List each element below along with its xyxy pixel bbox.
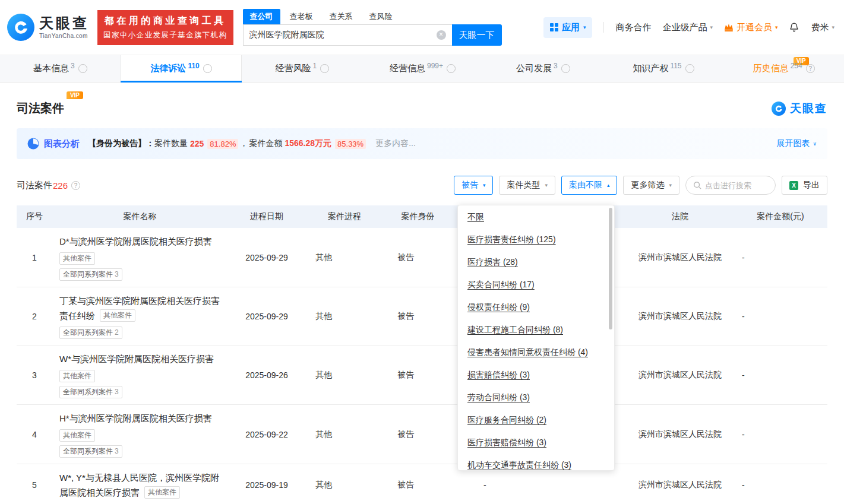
cause-option[interactable]: 医疗损害赔偿纠纷 (3) <box>458 431 614 454</box>
case-amount: - <box>734 464 827 504</box>
court-link[interactable]: 滨州市滨城区人民法院 <box>627 345 734 405</box>
case-progress: 其他 <box>306 464 383 504</box>
cause-option[interactable]: 侵权责任纠纷 (9) <box>458 296 614 318</box>
help-icon[interactable] <box>320 64 329 73</box>
help-icon[interactable] <box>685 64 694 73</box>
cause-option[interactable]: 劳动合同纠纷 (3) <box>458 386 614 408</box>
search-tab[interactable]: 查风险 <box>362 9 400 24</box>
series-cases-tag[interactable]: 全部同系列案件3 <box>59 445 122 458</box>
chevron-down-icon: ▾ <box>583 25 586 30</box>
nav-tab[interactable]: 基本信息 3 <box>0 55 121 82</box>
case-search-input[interactable] <box>705 181 768 190</box>
enterprise-menu[interactable]: 企业级产品 ▾ <box>662 22 713 33</box>
help-icon[interactable] <box>78 64 87 73</box>
help-icon[interactable] <box>203 64 212 73</box>
expand-charts-link[interactable]: 展开图表 ∨ <box>776 138 817 149</box>
court-link[interactable]: 滨州市滨城区人民法院 <box>627 287 734 345</box>
cooperation-label: 商务合作 <box>615 22 651 33</box>
nav-tab-label: 经营风险 <box>275 63 311 74</box>
filter-cause-label: 案由不限 <box>569 180 602 191</box>
search-icon <box>693 181 701 189</box>
filter-role-button[interactable]: 被告 ▾ <box>454 176 494 195</box>
dropdown-scrollbar[interactable] <box>609 208 612 329</box>
case-amount: - <box>734 228 827 287</box>
analysis-bar: 图表分析 【身份为被告】： 案件数量 225 81.82% ， 案件金额 156… <box>17 128 827 159</box>
case-name-link[interactable]: H*与滨州医学院附属医院相关医疗损害 <box>59 413 212 423</box>
court-link[interactable]: 滨州市滨城区人民法院 <box>627 464 734 504</box>
bell-icon[interactable] <box>789 21 799 33</box>
case-no: 5 <box>17 464 52 504</box>
series-cases-tag[interactable]: 全部同系列案件3 <box>59 386 122 398</box>
vip-upgrade-link[interactable]: 开通会员 ▾ <box>724 22 778 33</box>
apps-menu[interactable]: 应用 ▾ <box>543 17 593 38</box>
nav-tab[interactable]: 经营风险 1 <box>242 55 362 82</box>
help-icon[interactable]: ? <box>806 64 815 73</box>
filter-cause-button[interactable]: 案由不限 ▴ <box>561 176 618 195</box>
cause-option[interactable]: 医疗服务合同纠纷 (2) <box>458 408 614 431</box>
watermark-brand: 天眼查 <box>790 101 827 116</box>
cooperation-link[interactable]: 商务合作 <box>615 22 651 33</box>
cause-option[interactable]: 医疗损害责任纠纷 (125) <box>458 228 614 251</box>
cause-option[interactable]: 建设工程施工合同纠纷 (8) <box>458 318 614 341</box>
case-role: 被告 <box>383 345 453 405</box>
filter-more-button[interactable]: 更多筛选 ▾ <box>623 176 679 195</box>
user-menu[interactable]: 费米 ▾ <box>811 22 834 33</box>
nav-tab[interactable]: 经营信息 999+ <box>362 55 483 82</box>
nav-tab-count: 3 <box>71 62 75 70</box>
case-name-link[interactable]: W*, Y*与无棣县人民医院，滨州医学院附属医院相关医疗损害 <box>59 473 219 497</box>
search-tab[interactable]: 查公司 <box>243 9 280 24</box>
nav-tab[interactable]: 法律诉讼 110 <box>121 55 242 82</box>
case-role: 被告 <box>383 287 453 345</box>
case-name-link[interactable]: D*与滨州医学院附属医院相关医疗损害 <box>59 236 212 246</box>
nav-tab[interactable]: 公司发展 3 <box>483 55 603 82</box>
chevron-down-icon: ▾ <box>669 183 672 188</box>
vip-badge: VIP <box>67 91 83 99</box>
cause-option[interactable]: 侵害患者知情同意权责任纠纷 (4) <box>458 341 614 363</box>
filter-case-type-button[interactable]: 案件类型 ▾ <box>499 176 555 195</box>
tianyancha-logo[interactable]: 天眼查 TianYanCha.com <box>7 14 89 41</box>
grid-icon <box>550 23 558 31</box>
nav-tab[interactable]: 知识产权 115 <box>603 55 724 82</box>
nav-tab-count: 1 <box>312 62 317 70</box>
amount-label: 案件金额 <box>249 138 282 149</box>
search-tab[interactable]: 查关系 <box>323 9 360 24</box>
search-input[interactable] <box>249 30 437 40</box>
search-area: 查公司 查老板 查关系 查风险 × 天眼一下 <box>243 9 502 46</box>
nav-tab[interactable]: VIP 历史信息 254 ? <box>723 55 844 82</box>
case-name-link[interactable]: 丁某与滨州医学院附属医院相关医疗损害责任纠纷 <box>59 296 220 321</box>
case-name-link[interactable]: W*与滨州医学院附属医院相关医疗损害 <box>59 354 214 364</box>
court-link[interactable]: 滨州市滨城区人民法院 <box>627 228 734 287</box>
chevron-down-icon: ▾ <box>545 183 548 188</box>
help-icon[interactable] <box>561 64 570 73</box>
search-tab[interactable]: 查老板 <box>283 9 320 24</box>
search-button[interactable]: 天眼一下 <box>452 24 502 46</box>
court-link[interactable]: 滨州市滨城区人民法院 <box>627 405 734 464</box>
series-cases-tag[interactable]: 全部同系列案件3 <box>59 268 122 281</box>
help-icon[interactable] <box>447 64 456 73</box>
page-title-text: 司法案件 <box>17 102 64 115</box>
case-count-value: 225 <box>190 139 204 148</box>
case-role: 被告 <box>383 228 453 287</box>
column-header: 序号 <box>17 205 52 228</box>
crown-icon <box>724 23 734 31</box>
column-header: 案件身份 <box>383 205 453 228</box>
table-row: 5 W*, Y*与无棣县人民医院，滨州医学院附属医院相关医疗损害其他案件 202… <box>17 464 827 504</box>
series-cases-tag[interactable]: 全部同系列案件2 <box>59 327 122 339</box>
cause-option[interactable]: 买卖合同纠纷 (17) <box>458 273 614 296</box>
case-no: 4 <box>17 405 52 464</box>
case-name-cell: 丁某与滨州医学院附属医院相关医疗损害责任纠纷其他案件 全部同系列案件2 <box>52 287 227 345</box>
nav-tab-count: 999+ <box>427 62 443 70</box>
cause-option[interactable]: 不限 <box>458 205 614 228</box>
cause-option[interactable]: 损害赔偿纠纷 (3) <box>458 363 614 386</box>
cause-option[interactable]: 医疗损害 (28) <box>458 251 614 273</box>
more-content-link[interactable]: 更多内容... <box>375 138 416 149</box>
export-button[interactable]: X 导出 <box>782 176 827 195</box>
cause-dropdown: 不限 医疗损害责任纠纷 (125) 医疗损害 (28) 买卖合同纠纷 (17) … <box>457 205 615 471</box>
help-icon[interactable]: ? <box>71 181 80 190</box>
cause-option[interactable]: 机动车交通事故责任纠纷 (3) <box>458 454 614 471</box>
page-title: 司法案件 VIP <box>17 100 64 116</box>
logo-swirl-icon <box>772 102 786 116</box>
progress-date: 2025-09-19 <box>227 464 306 504</box>
case-search-box[interactable] <box>685 176 776 195</box>
clear-icon[interactable]: × <box>437 30 446 40</box>
